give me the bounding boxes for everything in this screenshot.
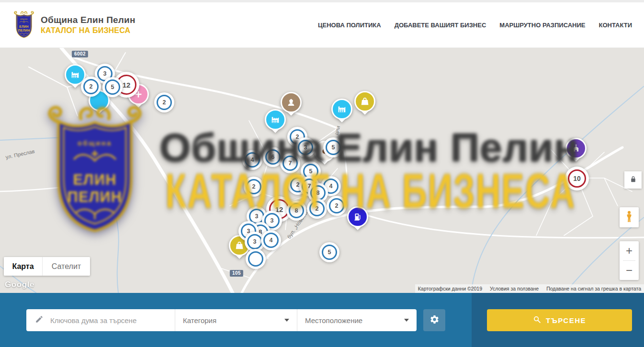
cluster-marker[interactable]: 2 <box>327 196 347 216</box>
nav-item-add-your-business[interactable]: ДОБАВЕТЕ ВАШИЯТ БИЗНЕС <box>395 22 486 29</box>
cluster-count: 8 <box>295 207 298 214</box>
fuel-icon <box>347 206 368 227</box>
chevron-down-icon <box>404 319 409 322</box>
map-attribution: Картографски данни ©2019 Условия за полз… <box>415 284 644 293</box>
factory-marker[interactable] <box>265 109 286 137</box>
search-button-label: ТЪРСЕНЕ <box>546 316 586 325</box>
cluster-count: 2 <box>252 183 256 190</box>
cluster-marker[interactable]: 2 <box>244 177 264 197</box>
cluster-count: 3 <box>304 144 307 151</box>
site-title: Община Елин Пелин <box>41 15 136 25</box>
factory-icon <box>331 99 352 120</box>
street-view-pegman-button[interactable] <box>620 207 639 227</box>
cluster-ring: 10 <box>568 169 586 188</box>
map-canvas[interactable]: 6002105 ул. Преславбул. „Новоселции 1232… <box>0 48 644 293</box>
nav-item-pricing-policy[interactable]: ЦЕНОВА ПОЛИТИКА <box>318 22 381 29</box>
nav-item-contacts[interactable]: КОНТАКТИ <box>599 22 633 29</box>
municipality-crest-logo: община ЕЛИН ПЕЛИН <box>12 10 35 40</box>
chevron-down-icon <box>284 319 289 322</box>
markers-layer: 12325210235467522748128223383345 <box>0 48 644 293</box>
header: община ЕЛИН ПЕЛИН Община Елин Пелин КАТА… <box>0 2 644 48</box>
satellite-type-button[interactable]: Сателит <box>42 257 90 276</box>
attribution-copyright: Картографски данни ©2019 <box>418 286 482 291</box>
cluster-ring: 6 <box>265 149 281 165</box>
cluster-ring: 2 <box>157 95 172 110</box>
factory-marker[interactable] <box>331 99 352 126</box>
cluster-count: 2 <box>335 202 339 209</box>
report-map-error-link[interactable]: Подаване на сигнал за грешка в картата <box>546 286 641 291</box>
cluster-ring: 4 <box>263 233 279 248</box>
church-icon <box>565 138 587 159</box>
cluster-count: 3 <box>103 70 107 77</box>
church-marker[interactable] <box>565 138 587 166</box>
pegman-icon <box>623 210 635 225</box>
cluster-count: 7 <box>289 160 292 167</box>
location-select-value: Местоположение <box>305 316 362 325</box>
category-select[interactable]: Категория <box>175 309 297 331</box>
cluster-count: 2 <box>163 99 166 106</box>
cluster-marker[interactable]: 5 <box>102 77 123 97</box>
google-logo[interactable]: Google <box>5 280 34 290</box>
cluster-count: 12 <box>123 81 131 89</box>
category-select-value: Категория <box>183 316 216 325</box>
cluster-marker[interactable]: 4 <box>261 230 281 250</box>
cluster-count: 5 <box>309 168 313 175</box>
gear-icon <box>429 314 440 326</box>
fuel-marker[interactable] <box>347 206 368 234</box>
search-button[interactable]: ТЪРСЕНЕ <box>487 309 632 331</box>
keyword-field <box>26 309 175 331</box>
cluster-ring: 5 <box>105 79 120 95</box>
cluster-count: 4 <box>251 157 254 163</box>
cluster-marker[interactable] <box>246 249 266 269</box>
cluster-ring: 5 <box>326 140 341 155</box>
cluster-ring: 4 <box>245 152 260 168</box>
location-select[interactable]: Местоположение <box>297 309 417 331</box>
cluster-count: 6 <box>271 154 275 160</box>
cluster-count: 4 <box>329 183 333 190</box>
search-icon <box>533 315 541 325</box>
svg-text:ЕЛИН: ЕЛИН <box>19 25 28 28</box>
zoom-control: + − <box>620 241 639 280</box>
cluster-ring: 3 <box>298 140 313 155</box>
zoom-out-button[interactable]: − <box>620 261 639 280</box>
cluster-marker[interactable]: 5 <box>319 242 339 262</box>
cluster-marker[interactable]: 5 <box>323 137 343 157</box>
cluster-marker[interactable]: 3 <box>295 137 316 157</box>
advanced-settings-button[interactable] <box>423 309 445 331</box>
cluster-count: 8 <box>316 190 320 196</box>
zoom-in-button[interactable]: + <box>620 241 639 260</box>
site-subtitle: КАТАЛОГ НА БИЗНЕСА <box>41 26 136 35</box>
cluster-ring: 2 <box>329 198 344 213</box>
cluster-ring <box>248 251 263 267</box>
search-button-panel: ТЪРСЕНЕ <box>472 293 644 347</box>
search-bar: Категория Местоположение ТЪРСЕНЕ <box>0 293 644 347</box>
cluster-ring: 2 <box>246 179 261 194</box>
cluster-count: 5 <box>328 249 331 256</box>
map-type-button[interactable]: Карта <box>4 257 42 276</box>
cluster-ring: 2 <box>83 79 99 94</box>
cluster-count: 3 <box>253 238 257 245</box>
keyword-input[interactable] <box>49 316 169 325</box>
cluster-marker[interactable]: 7 <box>280 153 300 173</box>
search-fields: Категория Местоположение <box>26 309 417 331</box>
bag-marker[interactable] <box>354 91 375 119</box>
terms-of-use-link[interactable]: Условия за ползване <box>490 286 539 291</box>
factory-icon <box>265 109 286 130</box>
cluster-marker[interactable]: 2 <box>154 92 174 112</box>
cluster-marker[interactable]: 8 <box>286 201 306 221</box>
cluster-count: 10 <box>573 175 581 182</box>
cluster-marker[interactable]: 2 <box>81 77 101 97</box>
main-nav: ЦЕНОВА ПОЛИТИКАДОБАВЕТЕ ВАШИЯТ БИЗНЕСМАР… <box>318 22 632 29</box>
cluster-count: 2 <box>90 83 93 90</box>
cluster-count: 5 <box>332 144 335 151</box>
brand[interactable]: община ЕЛИН ПЕЛИН Община Елин Пелин КАТА… <box>12 10 136 40</box>
cluster-marker[interactable]: 2 <box>307 199 327 219</box>
lock-button[interactable] <box>624 171 642 189</box>
brand-titles: Община Елин Пелин КАТАЛОГ НА БИЗНЕСА <box>41 15 136 35</box>
svg-text:ПЕЛИН: ПЕЛИН <box>18 29 30 32</box>
cluster-marker[interactable]: 10 <box>565 167 589 190</box>
nav-item-route-schedule[interactable]: МАРШРУТНО РАЗПИСАНИЕ <box>499 22 585 29</box>
map-type-control: Карта Сателит <box>4 257 90 276</box>
lock-icon <box>629 175 637 185</box>
cluster-marker[interactable]: 4 <box>242 150 262 170</box>
